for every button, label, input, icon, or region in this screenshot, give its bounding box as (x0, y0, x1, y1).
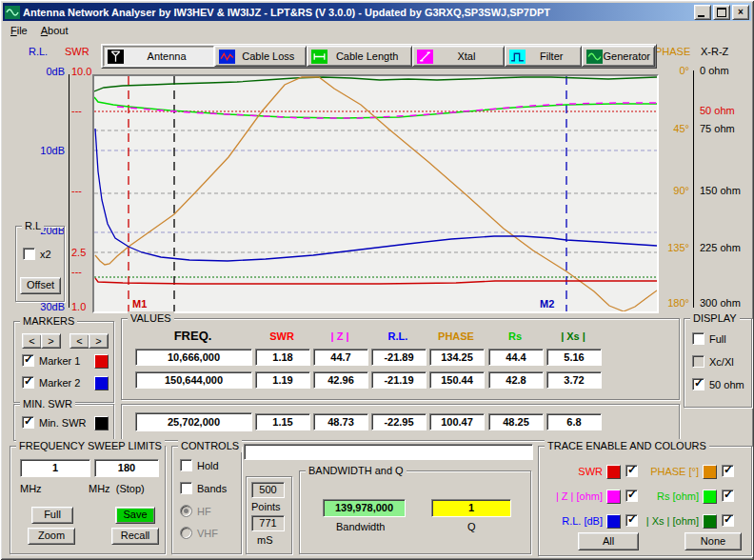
controls-groupbox: CONTROLS Hold Bands HF VHF (171, 446, 242, 554)
trace-swr-swatch[interactable] (606, 465, 621, 479)
marker2-color-swatch[interactable] (94, 376, 109, 390)
m2-phase-value: 150.44 (429, 371, 485, 389)
bands-checkbox[interactable] (180, 482, 192, 494)
values-title: VALUES (128, 311, 174, 325)
maximize-icon (717, 8, 726, 17)
sweep-title: FREQUENCY SWEEP LIMITS (16, 439, 165, 452)
menu-about[interactable]: About (35, 23, 74, 38)
markers-groupbox: MARKERS < > < > Marker 1 Marker 2 (13, 321, 114, 403)
marker1-prev-button[interactable]: < (22, 333, 42, 349)
phase-axis-title: PHASE (655, 46, 690, 57)
min-swr-values-panel: 25,702,000 1.15 48.73 -22.95 100.47 48.2… (121, 404, 680, 441)
zoom-button[interactable]: Zoom (28, 528, 75, 545)
tab-generator[interactable]: Generator (582, 46, 655, 67)
title-bar[interactable]: Antenna Network Analyser by IW3HEV & IW3… (3, 3, 751, 21)
trace-rs-swatch[interactable] (703, 490, 717, 504)
trace-rl-swatch[interactable] (606, 514, 621, 529)
xcxl-label: Xc/Xl (709, 356, 734, 368)
trace-enable-groupbox: TRACE ENABLE AND COLOURS SWR PHASE [°] |… (538, 446, 752, 556)
cable-loss-icon (219, 50, 235, 64)
tab-xtal[interactable]: Xtal (412, 46, 505, 67)
header-xs: | Xs | (546, 330, 600, 342)
tab-antenna[interactable]: Antenna (103, 46, 214, 67)
marker1-color-swatch[interactable] (94, 354, 109, 369)
trace-z-swatch[interactable] (606, 490, 621, 504)
min-swr-color-swatch[interactable] (94, 416, 109, 430)
marker1-next-button[interactable]: > (41, 333, 61, 349)
fifty-ohm-label: 50 ohm (709, 379, 744, 390)
tab-generator-label: Generator (603, 50, 650, 62)
tab-cable-length[interactable]: Cable Length (307, 46, 412, 67)
no-traces-button[interactable]: None (685, 532, 742, 550)
bandwidth-label: Bandwidth (336, 521, 385, 532)
stop-unit-label: MHz (Stop) (89, 483, 145, 494)
left-axis-tick-swr: 10.0 (71, 66, 94, 77)
m1-swr-value: 1.18 (255, 349, 310, 366)
header-z: | Z | (313, 330, 367, 342)
swr-axis-title: SWR (65, 46, 89, 57)
minswr-freq-value: 25,702,000 (135, 412, 252, 431)
app-window: Antenna Network Analyser by IW3HEV & IW3… (0, 0, 754, 560)
save-button[interactable]: Save (115, 507, 155, 524)
tab-cable-loss-label: Cable Loss (235, 50, 301, 62)
m2-rl-value: -21.19 (371, 371, 427, 389)
m1-z-value: 44.7 (313, 349, 368, 366)
antenna-icon (108, 50, 124, 64)
trace-xs-checkbox[interactable] (722, 514, 734, 527)
trace-xs-label: | Xs | [ohm] (637, 515, 699, 527)
left-axis-tick-swr: --- (71, 185, 94, 196)
trace-phase-checkbox[interactable] (722, 465, 734, 477)
trace-rs-checkbox[interactable] (722, 490, 734, 502)
sweep-groupbox: FREQUENCY SWEEP LIMITS 1 180 MHz MHz (St… (10, 446, 166, 554)
marker2-prev-button[interactable]: < (69, 333, 89, 349)
trace-rs-label: Rs [ohm] (637, 490, 699, 502)
left-axis-line (69, 74, 69, 308)
close-button[interactable]: × (732, 5, 749, 20)
x2-checkbox[interactable] (23, 248, 35, 260)
minimize-button[interactable] (694, 5, 711, 20)
chart-plot-area[interactable]: M1M2 (92, 74, 659, 313)
xrz-axis-title: X-R-Z (701, 46, 728, 57)
tab-cable-loss[interactable]: Cable Loss (214, 46, 306, 67)
marker2-label: Marker 2 (39, 377, 80, 389)
all-traces-button[interactable]: All (578, 532, 639, 550)
tab-filter[interactable]: Filter (505, 46, 582, 67)
right-axis-tick-ohm: 300 ohm (700, 297, 749, 309)
marker1-checkbox[interactable] (22, 354, 34, 367)
traces-plot: M1M2 (94, 76, 657, 311)
hold-label: Hold (197, 460, 219, 471)
cable-length-icon (311, 50, 327, 64)
trace-phase-swatch[interactable] (703, 465, 717, 479)
fifty-ohm-checkbox[interactable] (692, 378, 704, 390)
full-checkbox[interactable] (692, 332, 704, 345)
display-title: DISPLAY (690, 311, 740, 325)
display-groupbox: DISPLAY Full Xc/Xl 50 ohm (684, 318, 752, 408)
min-swr-checkbox[interactable] (22, 416, 34, 429)
right-axis-tick-ohm: 50 ohm (700, 105, 749, 116)
marker2-checkbox[interactable] (22, 376, 34, 389)
trace-xs-swatch[interactable] (703, 514, 717, 529)
m1-rs-value: 44.4 (488, 349, 544, 366)
command-field[interactable] (244, 444, 533, 460)
left-axis-tick-rl: 30dB (23, 301, 65, 312)
start-unit-label: MHz (20, 483, 42, 494)
full-sweep-button[interactable]: Full (31, 507, 73, 524)
marker2-next-button[interactable]: > (89, 333, 109, 349)
controls-title: CONTROLS (178, 439, 242, 452)
sweep-start-input[interactable]: 1 (20, 459, 90, 477)
menu-file[interactable]: File (5, 23, 33, 38)
right-axis-tick-ohm: 225 ohm (700, 242, 749, 253)
close-icon: × (738, 8, 744, 17)
offset-button[interactable]: Offset (20, 277, 61, 294)
sweep-stop-input[interactable]: 180 (94, 459, 159, 477)
window-title: Antenna Network Analyser by IW3HEV & IW3… (23, 7, 692, 18)
maximize-button[interactable] (713, 5, 730, 20)
svg-text:M2: M2 (540, 298, 554, 310)
timing-panel: 500 Points 771 mS (246, 476, 292, 554)
hold-checkbox[interactable] (180, 459, 192, 471)
tab-cable-length-label: Cable Length (327, 50, 407, 62)
m1-xs-value: 5.16 (546, 349, 602, 366)
hf-radio (180, 505, 192, 517)
recall-button[interactable]: Recall (111, 528, 159, 545)
trace-Rs (94, 97, 657, 118)
